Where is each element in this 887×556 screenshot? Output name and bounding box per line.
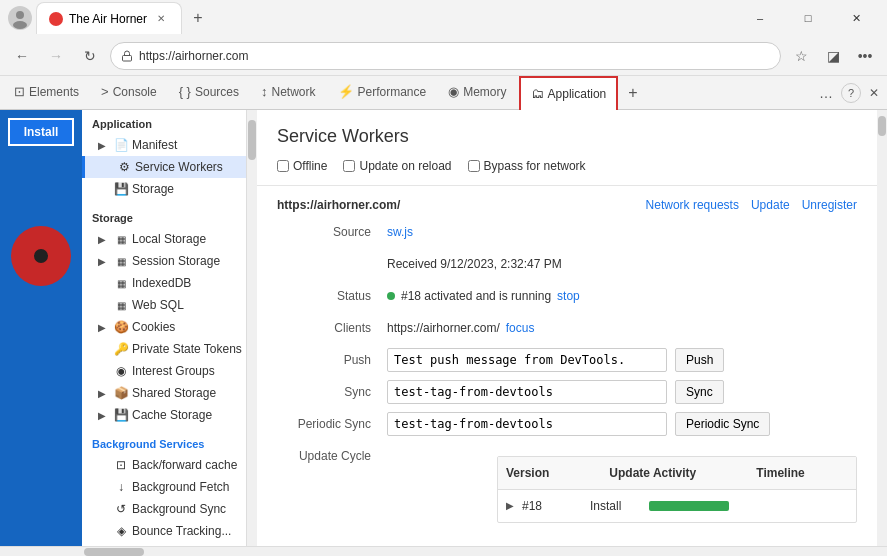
- cache-storage-arrow: ▶: [98, 410, 110, 421]
- private-state-tokens-icon: 🔑: [114, 342, 128, 356]
- minimize-button[interactable]: –: [737, 2, 783, 34]
- back-button[interactable]: ←: [8, 42, 36, 70]
- bottom-scrollbar-thumb: [84, 548, 144, 556]
- received-value: Received 9/12/2023, 2:32:47 PM: [387, 252, 857, 276]
- active-tab[interactable]: The Air Horner ✕: [36, 2, 182, 34]
- update-link[interactable]: Update: [751, 198, 790, 212]
- sidebar-item-background-sync-label: Background Sync: [132, 502, 226, 516]
- sidebar-item-back-forward-cache-label: Back/forward cache: [132, 458, 237, 472]
- svg-point-1: [13, 21, 27, 29]
- update-cycle-value: Version Update Activity Timeline ▶ #18 I…: [387, 444, 857, 523]
- tab-network[interactable]: ↕ Network: [251, 76, 326, 110]
- focus-link[interactable]: focus: [506, 316, 535, 340]
- collections-button[interactable]: ◪: [819, 42, 847, 70]
- url-display: https://airhorner.com: [139, 49, 248, 63]
- svg-point-0: [16, 11, 24, 19]
- install-panel: Install: [0, 110, 82, 546]
- offline-checkbox-label[interactable]: Offline: [277, 159, 327, 173]
- close-button[interactable]: ✕: [833, 2, 879, 34]
- tab-elements[interactable]: ⊡ Elements: [4, 76, 89, 110]
- tab-close-button[interactable]: ✕: [153, 11, 169, 27]
- sidebar-item-cookies-label: Cookies: [132, 320, 175, 334]
- sidebar-item-manifest[interactable]: ▶ 📄 Manifest: [82, 134, 246, 156]
- window-controls: – □ ✕: [737, 2, 879, 34]
- periodic-sync-input[interactable]: [387, 412, 667, 436]
- update-on-reload-checkbox-label[interactable]: Update on reload: [343, 159, 451, 173]
- new-tab-button[interactable]: +: [184, 4, 212, 32]
- storage-root-arrow: [98, 184, 110, 195]
- source-value: sw.js: [387, 220, 857, 244]
- timeline-bar: [649, 501, 729, 511]
- tab-performance[interactable]: ⚡ Performance: [328, 76, 437, 110]
- sidebar-item-indexeddb[interactable]: ▦ IndexedDB: [82, 272, 246, 294]
- unregister-link[interactable]: Unregister: [802, 198, 857, 212]
- update-on-reload-checkbox[interactable]: [343, 160, 355, 172]
- clients-label: Clients: [297, 316, 387, 340]
- add-devtools-tab-button[interactable]: +: [620, 76, 645, 110]
- stop-link[interactable]: stop: [557, 284, 580, 308]
- forward-button[interactable]: →: [42, 42, 70, 70]
- sidebar-item-bounce-tracking[interactable]: ◈ Bounce Tracking...: [82, 520, 246, 542]
- periodic-sync-label: Periodic Sync: [297, 412, 387, 436]
- sidebar-item-private-state-tokens[interactable]: 🔑 Private State Tokens: [82, 338, 246, 360]
- update-cycle-header: Version Update Activity Timeline: [498, 457, 856, 490]
- sidebar-item-cookies[interactable]: ▶ 🍪 Cookies: [82, 316, 246, 338]
- sidebar-scrollbar[interactable]: [247, 110, 257, 546]
- profile-icon[interactable]: [8, 6, 32, 30]
- manifest-arrow: ▶: [98, 140, 110, 151]
- sidebar-item-session-storage[interactable]: ▶ ▦ Session Storage: [82, 250, 246, 272]
- right-panel-scrollbar[interactable]: [877, 110, 887, 546]
- sidebar-item-storage-root[interactable]: 💾 Storage: [82, 178, 246, 200]
- sidebar-item-interest-groups[interactable]: ◉ Interest Groups: [82, 360, 246, 382]
- sidebar-item-background-sync[interactable]: ↺ Background Sync: [82, 498, 246, 520]
- maximize-button[interactable]: □: [785, 2, 831, 34]
- bounce-tracking-icon: ◈: [114, 524, 128, 538]
- sw-actions: Network requests Update Unregister: [646, 198, 857, 212]
- tab-memory[interactable]: ◉ Memory: [438, 76, 516, 110]
- background-sync-icon: ↺: [114, 502, 128, 516]
- devtools-more-button[interactable]: …: [819, 85, 833, 101]
- bounce-tracking-arrow: [98, 526, 110, 537]
- devtools-close-button[interactable]: ✕: [869, 86, 879, 100]
- sidebar-item-local-storage[interactable]: ▶ ▦ Local Storage: [82, 228, 246, 250]
- sidebar-item-cache-storage[interactable]: ▶ 💾 Cache Storage: [82, 404, 246, 426]
- tab-sources-label: Sources: [195, 85, 239, 99]
- sidebar-item-back-forward-cache[interactable]: ⊡ Back/forward cache: [82, 454, 246, 476]
- sidebar-item-shared-storage[interactable]: ▶ 📦 Shared Storage: [82, 382, 246, 404]
- periodic-sync-button[interactable]: Periodic Sync: [675, 412, 770, 436]
- sw-site-url: https://airhorner.com/: [277, 198, 400, 212]
- more-button[interactable]: •••: [851, 42, 879, 70]
- bypass-for-network-checkbox-label[interactable]: Bypass for network: [468, 159, 586, 173]
- tab-console-label: Console: [113, 85, 157, 99]
- clients-value: https://airhorner.com/ focus: [387, 316, 857, 340]
- reload-button[interactable]: ↻: [76, 42, 104, 70]
- bottom-scrollbar[interactable]: [0, 546, 887, 556]
- service-workers-panel: Service Workers Offline Update on reload…: [257, 110, 877, 546]
- tab-console[interactable]: > Console: [91, 76, 167, 110]
- offline-checkbox[interactable]: [277, 160, 289, 172]
- status-value: #18 activated and is running stop: [387, 284, 857, 308]
- svg-rect-2: [123, 55, 132, 61]
- sidebar-item-web-sql[interactable]: ▦ Web SQL: [82, 294, 246, 316]
- sync-button[interactable]: Sync: [675, 380, 724, 404]
- tab-sources[interactable]: { } Sources: [169, 76, 249, 110]
- sidebar-tree: Application ▶ 📄 Manifest ⚙ Service Worke…: [82, 110, 247, 546]
- push-button[interactable]: Push: [675, 348, 724, 372]
- sync-input[interactable]: [387, 380, 667, 404]
- sidebar-item-indexeddb-label: IndexedDB: [132, 276, 191, 290]
- local-storage-icon: ▦: [114, 232, 128, 246]
- status-text: #18 activated and is running: [401, 284, 551, 308]
- sidebar-item-background-fetch[interactable]: ↓ Background Fetch: [82, 476, 246, 498]
- network-requests-link[interactable]: Network requests: [646, 198, 739, 212]
- sidebar-item-service-workers[interactable]: ⚙ Service Workers: [82, 156, 246, 178]
- back-forward-cache-icon: ⊡: [114, 458, 128, 472]
- tab-application[interactable]: 🗂 Application: [519, 76, 619, 110]
- address-bar[interactable]: https://airhorner.com: [110, 42, 781, 70]
- push-input[interactable]: [387, 348, 667, 372]
- source-link[interactable]: sw.js: [387, 220, 413, 244]
- favorites-button[interactable]: ☆: [787, 42, 815, 70]
- bypass-for-network-checkbox[interactable]: [468, 160, 480, 172]
- service-workers-arrow: [101, 162, 113, 173]
- install-button[interactable]: Install: [8, 118, 75, 146]
- devtools-help-button[interactable]: ?: [841, 83, 861, 103]
